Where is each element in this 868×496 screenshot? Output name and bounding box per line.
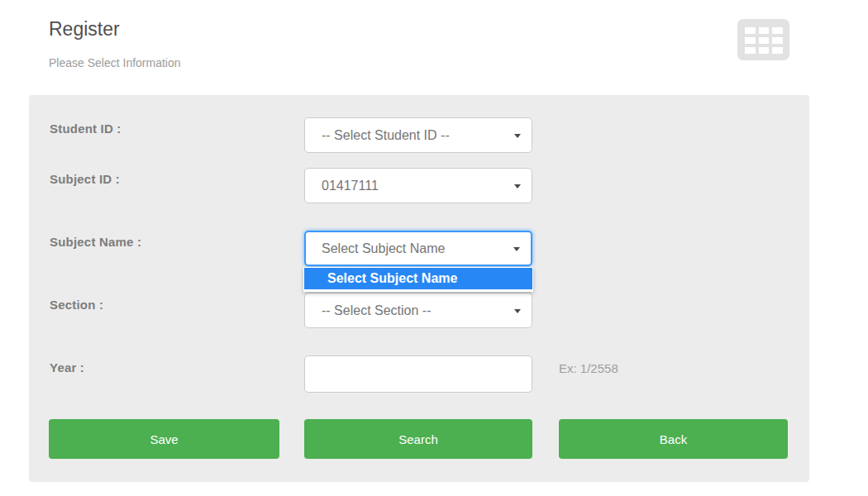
section-label: Section :	[50, 298, 103, 312]
subject-name-dropdown-list: Select Subject Name	[303, 267, 533, 292]
year-input[interactable]	[304, 355, 532, 393]
chevron-down-icon	[514, 184, 521, 188]
section-select-value: -- Select Section --	[322, 303, 431, 318]
section-select[interactable]: -- Select Section --	[304, 293, 532, 328]
chevron-down-icon	[514, 134, 521, 138]
save-button[interactable]: Save	[49, 419, 279, 459]
chevron-down-icon	[513, 247, 520, 251]
page-title: Register	[49, 18, 120, 41]
subject-name-select-value: Select Subject Name	[322, 241, 445, 256]
subject-id-select[interactable]: 01417111	[304, 168, 532, 203]
search-button[interactable]: Search	[304, 419, 532, 459]
page-subtitle: Please Select Information	[49, 56, 181, 69]
year-hint: Ex: 1/2558	[559, 361, 618, 375]
year-label: Year :	[50, 360, 84, 374]
chevron-down-icon	[514, 309, 521, 313]
student-id-select-value: -- Select Student ID --	[322, 128, 450, 143]
table-grid-icon	[737, 19, 789, 64]
subject-name-select[interactable]: Select Subject Name	[304, 231, 532, 266]
student-id-select[interactable]: -- Select Student ID --	[304, 117, 532, 153]
subject-id-label: Subject ID :	[50, 172, 120, 186]
student-id-label: Student ID :	[50, 122, 122, 136]
subject-name-dropdown-option[interactable]: Select Subject Name	[304, 268, 532, 289]
subject-id-select-value: 01417111	[322, 179, 379, 193]
back-button[interactable]: Back	[559, 419, 788, 459]
subject-name-label: Subject Name :	[50, 235, 141, 249]
